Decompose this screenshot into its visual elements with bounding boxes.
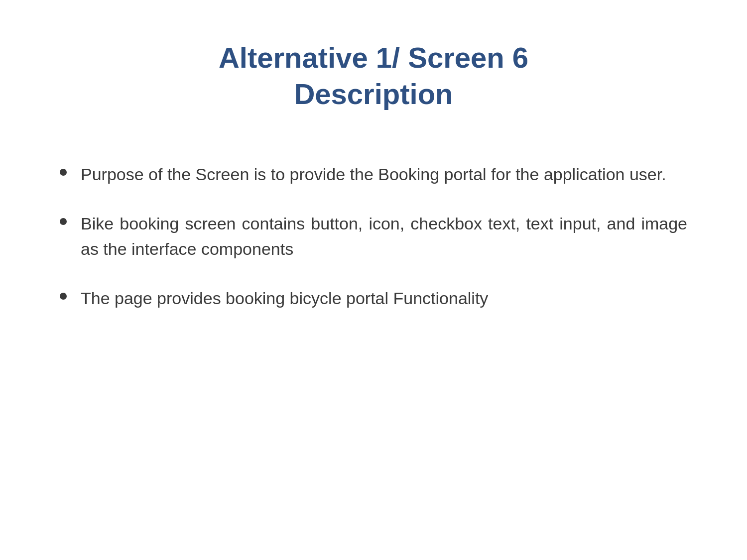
bullet-dot — [60, 218, 67, 225]
bullet-dot — [60, 293, 67, 300]
list-item: Purpose of the Screen is to provide the … — [60, 162, 687, 187]
title-heading: Alternative 1/ Screen 6 Description — [219, 40, 528, 112]
content-section: Purpose of the Screen is to provide the … — [60, 162, 687, 335]
page-title: Alternative 1/ Screen 6 Description — [219, 40, 528, 112]
bullet-dot — [60, 169, 67, 176]
list-item: The page provides booking bicycle portal… — [60, 286, 687, 311]
bullet-list: Purpose of the Screen is to provide the … — [60, 162, 687, 311]
bullet-text: Bike booking screen contains button, ico… — [81, 211, 687, 262]
bullet-text: The page provides booking bicycle portal… — [81, 286, 687, 311]
bullet-text: Purpose of the Screen is to provide the … — [81, 162, 687, 187]
title-line1: Alternative 1/ Screen 6 — [219, 41, 528, 74]
list-item: Bike booking screen contains button, ico… — [60, 211, 687, 262]
title-line2: Description — [294, 78, 453, 110]
